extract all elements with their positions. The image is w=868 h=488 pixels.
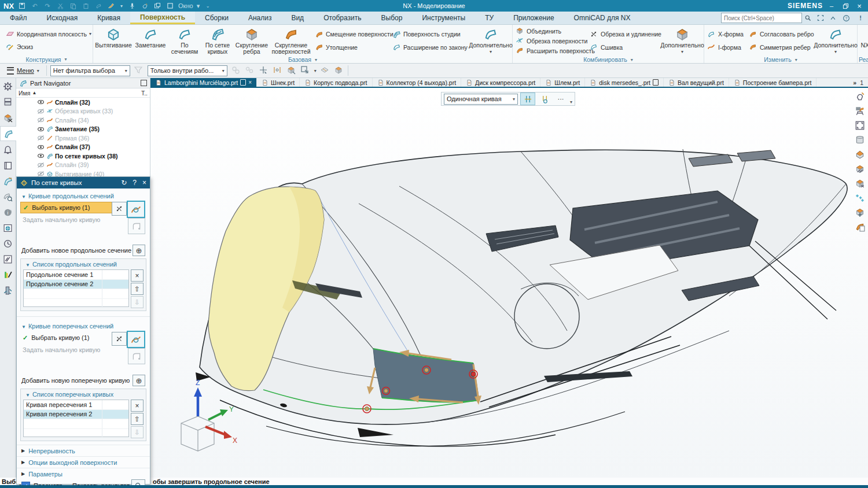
snap-highlight-icon[interactable]: [231, 65, 241, 76]
selection-scope-combo[interactable]: Только внутри рабо...▾: [148, 65, 227, 76]
list-item[interactable]: Продольное сечение 1: [24, 270, 128, 280]
list-item-selected[interactable]: Кривая пересечения 2: [24, 410, 128, 420]
through-curves-button[interactable]: По сечениям: [168, 25, 201, 56]
qat-overflow-icon[interactable]: ⌄: [203, 2, 212, 10]
snap-midpoint-icon[interactable]: [286, 65, 297, 76]
trim-sheet-button[interactable]: Обрезка поверхности: [516, 36, 586, 45]
visual-effects-icon[interactable]: [1, 268, 16, 282]
tab-selection[interactable]: Выбор: [372, 12, 413, 24]
snap-endpoint-icon[interactable]: [273, 65, 283, 76]
tab-overflow[interactable]: »1: [848, 78, 868, 87]
tools-icon[interactable]: [1, 252, 16, 266]
constraint-navigator-icon[interactable]: [1, 110, 16, 124]
group-label-edit[interactable]: Изменить▾: [705, 56, 856, 63]
tab-file[interactable]: Файл: [0, 12, 37, 24]
move-component-icon[interactable]: [855, 164, 865, 174]
library-book-icon[interactable]: [1, 158, 16, 172]
save-icon[interactable]: [17, 2, 27, 10]
tab-application[interactable]: Приложение: [503, 12, 564, 24]
toolbar-dropdown-icon[interactable]: ▾: [570, 99, 572, 105]
hidden-eye-icon[interactable]: [37, 108, 45, 115]
dialog-header[interactable]: По сетке кривых ↻ ? ×: [17, 177, 150, 188]
chain-within-feature-icon[interactable]: [538, 93, 551, 105]
tab-omnicad[interactable]: OmniCAD для NX: [564, 12, 641, 24]
unite-button[interactable]: Объединить: [516, 27, 586, 35]
close-button[interactable]: ×: [854, 1, 865, 10]
move-down-button[interactable]: ⇩: [131, 296, 144, 308]
shaded-face-icon[interactable]: [855, 149, 865, 160]
fit-view-icon[interactable]: [855, 120, 865, 131]
datum-csys-icon[interactable]: [855, 207, 865, 217]
pin-tab-icon[interactable]: [240, 79, 246, 86]
list-item-empty[interactable]: [24, 419, 128, 429]
tab-analysis[interactable]: Анализ: [238, 12, 282, 24]
touch-icon[interactable]: [140, 2, 149, 10]
roles-gear-icon[interactable]: [1, 79, 16, 93]
minimize-ribbon-icon[interactable]: [830, 15, 840, 21]
hidden-eye-icon[interactable]: [37, 134, 45, 142]
basic-more-button[interactable]: Дополнительно▾: [470, 25, 511, 56]
move-up-button[interactable]: ⇧: [131, 413, 144, 425]
move-down-button[interactable]: ⇩: [131, 426, 144, 438]
part-tab[interactable]: disk mersedes_.prt: [585, 78, 664, 87]
part-tab[interactable]: Корпус подвода.prt: [300, 78, 372, 87]
snap-dropdown-icon[interactable]: ▾: [314, 68, 317, 73]
alert-icon[interactable]: !: [855, 14, 866, 21]
tree-item[interactable]: Сплайн (32): [16, 98, 150, 107]
offset-surface-button[interactable]: Смещение поверхности: [315, 30, 389, 39]
hidden-eye-icon[interactable]: [37, 116, 45, 124]
continuity-section[interactable]: ▶Непрерывность: [17, 445, 150, 456]
window-icon[interactable]: [165, 2, 175, 10]
law-extension-button[interactable]: Расширение по закону: [392, 43, 469, 51]
part-tab[interactable]: Шнек.prt: [257, 78, 300, 87]
list-item-selected[interactable]: Продольное сечение 2: [24, 280, 128, 290]
cut-icon[interactable]: [56, 2, 65, 10]
tab-home[interactable]: Исходная: [37, 12, 88, 24]
menu-button[interactable]: Меню▾: [3, 66, 43, 76]
more-options-button[interactable]: ···: [554, 93, 568, 105]
part-tab[interactable]: Диск компрессора.prt: [461, 78, 540, 87]
settings-section[interactable]: ▶Параметры: [17, 468, 150, 479]
assembly-navigator-icon[interactable]: [1, 95, 16, 109]
reverse-direction-button[interactable]: [112, 202, 127, 216]
undock-panel-button[interactable]: [141, 80, 147, 86]
paste-icon[interactable]: [81, 2, 90, 10]
cross-list-title[interactable]: ▼Список поперечных кривых: [25, 391, 144, 398]
notifications-bell-icon[interactable]: [1, 143, 16, 157]
minimize-button[interactable]: –: [826, 1, 837, 10]
search-icon[interactable]: [804, 14, 815, 21]
tree-item[interactable]: Сплайн (39): [16, 161, 150, 170]
cross-section-list[interactable]: Кривая пересечения 1 Кривая пересечения …: [23, 400, 129, 437]
search-part-icon[interactable]: [1, 190, 16, 204]
part-tab-active[interactable]: Lamborghini Murciélago.prt ×: [150, 78, 257, 87]
cylinder-view-icon[interactable]: [855, 135, 865, 145]
assembly-constraints-icon[interactable]: [855, 178, 865, 188]
tab-assemblies[interactable]: Сборки: [195, 12, 238, 24]
specify-origin-curve-button[interactable]: [128, 348, 145, 364]
hidden-eye-icon[interactable]: [37, 161, 45, 169]
visible-eye-icon[interactable]: [37, 143, 45, 151]
snap-pair-icon[interactable]: [245, 65, 255, 76]
close-tab-icon[interactable]: ×: [248, 79, 252, 86]
group-label-realize[interactable]: Реализоват...▾: [859, 56, 868, 63]
primary-section-title[interactable]: ▼Кривые продольных сечений: [21, 193, 146, 199]
primary-list-title[interactable]: ▼Список продольных сечений: [25, 261, 144, 268]
swept-button[interactable]: Заметание: [133, 25, 168, 56]
move-up-button[interactable]: ⇧: [131, 283, 144, 295]
cross-add-row[interactable]: Добавить новую поперечную кривую ⊕: [21, 375, 146, 386]
work-part-icon[interactable]: [334, 65, 344, 76]
selection-filter-combo[interactable]: Нет фильтра выбора▾: [50, 65, 130, 76]
trim-extend-button[interactable]: Обрезка и удлинение: [590, 30, 660, 39]
follow-fillet-icon[interactable]: [520, 93, 535, 105]
tab-view[interactable]: Вид: [281, 12, 314, 24]
output-surface-options-section[interactable]: ▶Опции выходной поверхности: [17, 456, 150, 468]
primary-start-curve-row[interactable]: Задать начальную кривую: [20, 213, 117, 226]
redo-icon[interactable]: ↷: [43, 2, 52, 10]
restore-button[interactable]: [840, 1, 851, 10]
microphone-icon[interactable]: [127, 2, 137, 10]
reverse-direction-button[interactable]: [112, 332, 127, 346]
tree-item[interactable]: Сплайн (34): [16, 116, 150, 125]
fullscreen-icon[interactable]: [817, 14, 827, 21]
list-item-empty[interactable]: [24, 429, 128, 438]
reuse-library-icon[interactable]: [1, 174, 16, 188]
